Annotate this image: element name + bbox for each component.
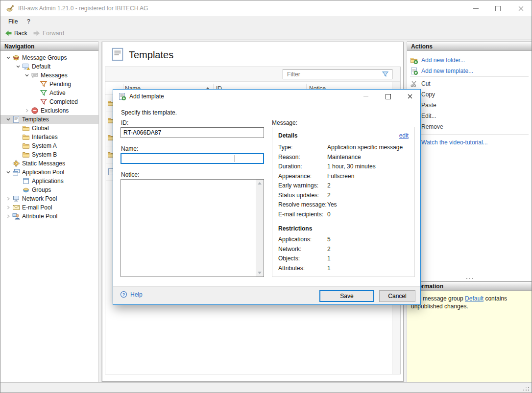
completed-filter-icon [40,98,48,106]
tree-item-completed[interactable]: Completed [0,97,98,106]
splitter-dots[interactable] [466,278,467,279]
tree-item-attribute-pool[interactable]: Attribute Pool [0,212,98,221]
resolve-message-value: Yes [327,201,337,208]
tree-item-default[interactable]: Default [0,62,98,71]
action-add-new-template[interactable]: Add new template... [407,66,532,76]
status-updates-value: 2 [327,192,331,199]
window-minimize-button[interactable] [465,0,487,16]
chevron-down-icon[interactable] [14,64,22,69]
actions-header: Actions [407,42,532,51]
dialog-maximize-button[interactable] [381,90,395,103]
tree-item-static-messages[interactable]: Static Messages [0,159,98,168]
filter-band [105,67,400,82]
notice-scrollbar[interactable] [256,180,264,277]
tree-item-pending[interactable]: Pending [0,80,98,89]
action-watch-video-tutorial[interactable]: Watch the video-tutorial... [407,137,532,148]
scroll-down-icon[interactable] [258,272,262,274]
dialog-minimize-button [359,90,373,103]
tree-item-global[interactable]: Global [0,124,98,133]
tree-item-templates[interactable]: Templates [0,115,98,124]
text-caret [235,155,235,162]
message-details-box: edit Details Type:Application specific m… [272,127,415,277]
application-window: IBI-aws Admin 1.21.0 - registered for IB… [0,0,532,393]
tree-item-application-pool[interactable]: Application Pool [0,168,98,177]
name-field[interactable] [121,153,264,164]
navigation-header: Navigation [0,42,98,51]
chevron-right-icon[interactable] [4,214,12,219]
filter-input[interactable] [283,69,392,79]
chevron-right-icon[interactable] [23,108,31,113]
tree-item-active[interactable]: Active [0,89,98,97]
action-edit[interactable]: Edit... [407,111,532,121]
action-add-new-folder[interactable]: Add new folder... [407,55,532,66]
chevron-down-icon[interactable] [23,73,31,78]
messages-icon [31,71,40,79]
default-group-link[interactable]: Default [465,295,484,302]
notice-label: Notice: [121,171,139,178]
tree-item-system-a[interactable]: System A [0,141,98,150]
cancel-button[interactable]: Cancel [379,290,415,302]
tree-item-messages[interactable]: Messages [0,71,98,80]
back-button[interactable]: Back [2,27,29,39]
applications-icon [22,177,31,185]
chevron-down-icon[interactable] [4,170,12,175]
menu-file[interactable]: File [5,16,21,27]
application-pool-icon [12,168,21,176]
exclusions-icon [31,107,40,115]
notice-field[interactable] [121,179,264,277]
tree-item-network-pool[interactable]: Network Pool [0,194,98,203]
status-bar [0,382,532,393]
scroll-up-icon[interactable] [258,182,262,185]
action-cut[interactable]: Cut [407,78,532,89]
attributes-value: 1 [327,265,331,272]
add-template-icon [118,92,126,100]
action-paste[interactable]: Paste [407,100,532,111]
tree-item-email-pool[interactable]: E-mail Pool [0,203,98,212]
help-link[interactable]: Help [120,291,143,298]
chevron-right-icon[interactable] [4,196,12,201]
actions-panel: Actions Add new folder... Add new templa… [407,42,532,382]
information-body: The message group Default contains unpub… [407,291,532,382]
forward-button[interactable]: Forward [31,27,66,39]
reason-value: Maintenance [327,154,361,161]
menu-help[interactable]: ? [24,16,33,27]
dialog-close-button[interactable] [403,90,417,103]
action-remove[interactable]: Remove [407,121,532,132]
templates-page-icon [110,47,125,62]
tree-item-interfaces[interactable]: Interfaces [0,133,98,141]
dialog-footer: Help Save Cancel [113,286,420,304]
save-button[interactable]: Save [319,290,374,302]
tree-item-system-b[interactable]: System B [0,150,98,159]
edit-link[interactable]: edit [399,132,409,139]
chevron-right-icon[interactable] [4,205,12,210]
appearance-value: Fullscreen [327,173,354,180]
pending-filter-icon [40,80,48,88]
dialog-subtitle: Specify this template. [121,109,177,116]
id-field[interactable] [121,127,264,138]
chevron-down-icon[interactable] [4,55,12,60]
forward-label: Forward [43,30,64,37]
email-pool-icon [12,204,21,211]
window-close-button[interactable] [510,0,532,16]
chevron-down-icon[interactable] [4,117,12,122]
tree-item-message-groups[interactable]: Message Groups [0,53,98,62]
action-copy[interactable]: Copy [407,89,532,100]
splitter-left[interactable] [98,42,102,382]
back-label: Back [14,30,27,37]
email-recipients-value: 0 [327,211,331,218]
tree-item-applications[interactable]: Applications [0,177,98,185]
window-maximize-button[interactable] [487,0,509,16]
name-label: Name: [121,145,138,152]
applications-value: 5 [327,236,331,243]
folder-icon [22,124,31,132]
tree-item-groups[interactable]: Groups [0,185,98,194]
folder-icon [22,142,31,150]
tree-item-exclusions[interactable]: Exclusions [0,106,98,115]
filter-funnel-icon[interactable] [382,70,389,78]
groups-icon [22,186,31,194]
window-titlebar: IBI-aws Admin 1.21.0 - registered for IB… [0,0,532,16]
help-icon [120,291,127,298]
resize-grip[interactable] [528,390,529,391]
add-folder-icon [410,56,418,64]
page-title: Templates [129,49,173,61]
